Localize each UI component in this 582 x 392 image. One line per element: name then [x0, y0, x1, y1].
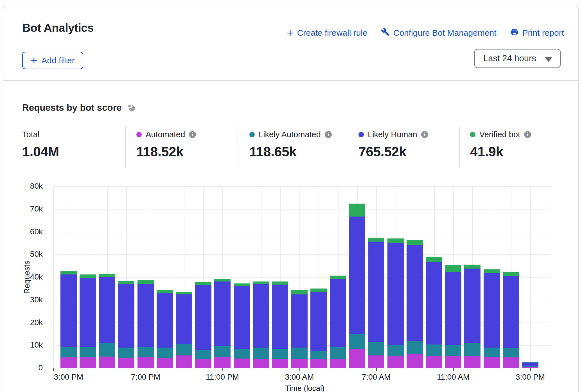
bar-segment-automated	[157, 358, 173, 368]
bar-5-00-am[interactable]	[330, 276, 346, 368]
stat-total-value: 1.04M	[22, 144, 59, 159]
bar-8-00-am[interactable]	[387, 238, 404, 368]
bar-4-00-pm[interactable]	[80, 274, 96, 368]
bar-segment-automated	[407, 354, 423, 368]
bar-3-00-pm[interactable]	[60, 271, 77, 368]
x-axis-title: Time (local)	[274, 384, 336, 392]
section-title: Requests by bot score	[22, 102, 122, 113]
bar-segment-likely-human	[503, 276, 519, 348]
create-firewall-rule-link[interactable]: + Create firewall rule	[287, 28, 367, 38]
info-icon[interactable]: i	[524, 131, 531, 138]
bar-segment-verified-bot	[310, 289, 327, 292]
bar-6-00-am[interactable]	[349, 204, 365, 368]
header-divider	[3, 80, 578, 81]
x-axis-tick-mark	[53, 368, 54, 371]
bar-segment-likely-human	[368, 242, 384, 342]
section-title-row: Requests by bot score	[22, 102, 136, 113]
bar-segment-likely-human	[60, 274, 77, 347]
stat-verified-bot: Verified bot i 41.9k	[470, 130, 531, 159]
bar-segment-likely-automated	[176, 344, 192, 355]
time-range-select[interactable]: Last 24 hours	[474, 49, 561, 68]
bar-segment-verified-bot	[99, 274, 115, 277]
bar-11-00-am[interactable]	[445, 265, 461, 368]
create-firewall-rule-label: Create firewall rule	[297, 28, 367, 38]
bar-10-00-pm[interactable]	[195, 282, 211, 368]
bar-segment-verified-bot	[195, 282, 211, 285]
bar-3-00-am[interactable]	[291, 290, 308, 368]
bar-segment-verified-bot	[60, 271, 77, 274]
bar-segment-likely-human	[118, 284, 134, 348]
bar-2-00-am[interactable]	[272, 281, 288, 368]
bar-segment-likely-human	[195, 285, 211, 350]
bar-segment-automated	[272, 359, 288, 368]
stat-likely-human-value: 765.52k	[358, 144, 428, 159]
bar-8-00-pm[interactable]	[157, 290, 173, 368]
xtick-label: 7:00 PM	[115, 373, 177, 382]
xtick-label: 3:00 AM	[269, 373, 330, 382]
info-icon[interactable]: i	[189, 131, 196, 138]
stat-likely-automated-label: Likely Automated	[259, 130, 321, 139]
stats-row: Total 1.04M Automated i 118.52k Likely A…	[3, 127, 578, 168]
ytick-label: 40k	[12, 272, 43, 281]
bar-segment-likely-human	[349, 217, 365, 334]
bar-6-00-pm[interactable]	[118, 281, 134, 368]
bar-2-00-pm[interactable]	[503, 272, 519, 368]
bar-segment-likely-human	[330, 279, 346, 347]
bar-12-00-am[interactable]	[234, 283, 250, 368]
bar-segment-verified-bot	[503, 272, 519, 276]
bar-4-00-am[interactable]	[310, 289, 327, 368]
bar-segment-likely-human	[522, 362, 538, 366]
plot-area	[53, 186, 551, 368]
bar-segment-automated	[484, 357, 500, 368]
bar-1-00-am[interactable]	[253, 281, 269, 368]
bar-7-00-pm[interactable]	[137, 280, 154, 368]
pie-chart-icon	[127, 103, 136, 112]
bar-segment-verified-bot	[349, 204, 365, 217]
bar-segment-likely-automated	[503, 348, 519, 357]
gridline-h	[53, 254, 551, 255]
ytick-label: 80k	[12, 182, 43, 191]
bar-5-00-pm[interactable]	[99, 274, 115, 368]
bar-segment-likely-automated	[214, 346, 231, 357]
bar-segment-likely-automated	[234, 349, 250, 359]
add-filter-button[interactable]: + Add filter	[22, 52, 83, 69]
bar-12-00-pm[interactable]	[464, 265, 481, 368]
bar-11-00-pm[interactable]	[214, 279, 231, 368]
configure-bot-management-link[interactable]: Configure Bot Management	[381, 28, 497, 38]
ytick-label: 70k	[12, 204, 43, 213]
bar-segment-verified-bot	[80, 274, 96, 278]
bar-7-00-am[interactable]	[368, 238, 384, 368]
bar-1-00-pm[interactable]	[484, 269, 500, 368]
bar-9-00-am[interactable]	[407, 240, 423, 368]
gridline-h	[53, 209, 551, 209]
bar-segment-likely-automated	[349, 334, 365, 349]
bar-10-00-am[interactable]	[426, 257, 442, 368]
bar-segment-verified-bot	[368, 238, 384, 242]
configure-bot-management-label: Configure Bot Management	[393, 28, 497, 38]
bar-9-00-pm[interactable]	[176, 292, 192, 368]
bar-segment-automated	[445, 356, 461, 368]
xtick-label: 11:00 AM	[422, 373, 484, 382]
time-range-value: Last 24 hours	[483, 53, 536, 64]
print-report-label: Print report	[522, 28, 564, 38]
bar-segment-likely-human	[426, 262, 442, 344]
bar-segment-verified-bot	[484, 269, 500, 273]
bar-3-00-pm[interactable]	[522, 362, 538, 368]
bar-segment-verified-bot	[426, 257, 442, 262]
bar-segment-likely-automated	[464, 343, 481, 356]
wrench-icon	[381, 28, 390, 38]
bar-segment-likely-automated	[253, 348, 269, 359]
info-icon[interactable]: i	[325, 131, 332, 138]
bar-segment-verified-bot	[253, 281, 269, 284]
info-icon[interactable]: i	[421, 131, 428, 138]
gridline-v	[530, 186, 531, 368]
bar-segment-automated	[253, 359, 269, 368]
bar-segment-likely-automated	[368, 342, 384, 355]
bar-segment-likely-automated	[272, 349, 288, 359]
bar-segment-likely-automated	[387, 345, 404, 356]
bar-segment-verified-bot	[330, 276, 346, 279]
plus-icon: +	[31, 56, 37, 65]
print-report-link[interactable]: Print report	[510, 28, 564, 38]
bar-segment-verified-bot	[272, 281, 288, 285]
bar-segment-likely-automated	[484, 348, 500, 357]
